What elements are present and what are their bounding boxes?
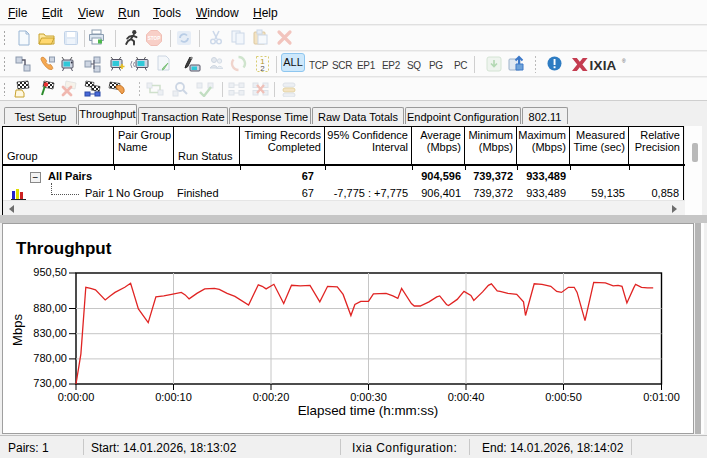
- svg-text:0:01:00: 0:01:00: [643, 391, 680, 403]
- svg-text:950,50: 950,50: [33, 266, 67, 278]
- svg-text:0:00:20: 0:00:20: [253, 391, 290, 403]
- svg-text:®: ®: [622, 58, 626, 64]
- svg-text:STOP: STOP: [148, 36, 160, 41]
- svg-text:Elapsed time (h:mm:ss): Elapsed time (h:mm:ss): [298, 403, 439, 418]
- svg-text:0:00:10: 0:00:10: [155, 391, 192, 403]
- svg-text:830,00: 830,00: [33, 327, 67, 339]
- svg-text:780,00: 780,00: [33, 352, 67, 364]
- svg-text:Throughput: Throughput: [16, 239, 112, 258]
- svg-text:0:00:40: 0:00:40: [448, 391, 485, 403]
- svg-text:0:00:00: 0:00:00: [58, 391, 95, 403]
- svg-text:730,00: 730,00: [33, 377, 67, 389]
- svg-text:2: 2: [260, 64, 265, 73]
- svg-text:880,00: 880,00: [33, 302, 67, 314]
- svg-text:IXIA: IXIA: [590, 58, 617, 72]
- svg-text:0:00:30: 0:00:30: [350, 391, 387, 403]
- svg-text:0:00:50: 0:00:50: [545, 391, 582, 403]
- svg-text:Mbps: Mbps: [10, 314, 25, 346]
